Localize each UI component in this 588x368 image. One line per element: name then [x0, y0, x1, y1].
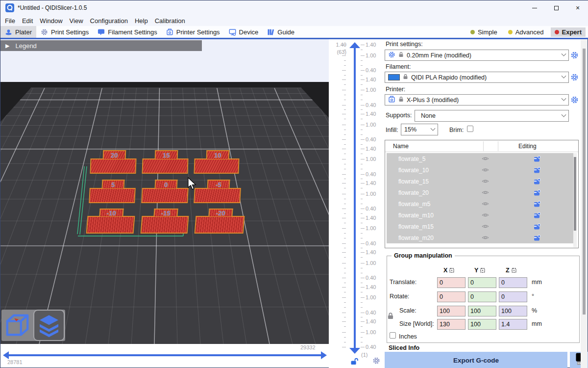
flowrate-patch--10[interactable] [86, 216, 135, 234]
eye-icon[interactable] [478, 167, 492, 173]
edit-settings-icon[interactable] [530, 178, 544, 185]
eye-icon[interactable] [478, 179, 492, 184]
flowrate-patch-15[interactable] [142, 158, 188, 174]
eye-icon[interactable] [478, 224, 492, 229]
sidebar-scroll-thumb[interactable] [583, 49, 586, 315]
hslider-right-arrow[interactable] [321, 351, 327, 359]
inches-checkbox[interactable] [390, 332, 396, 339]
print-settings-gear-button[interactable] [570, 51, 579, 60]
flowrate-patch-tab[interactable]: 15 [154, 150, 178, 159]
eye-icon[interactable] [478, 156, 492, 161]
tab-printer-settings[interactable]: Printer Settings [162, 26, 224, 38]
flowrate-patch-tab[interactable]: 10 [206, 150, 229, 159]
gm-field-y[interactable]: 100 [468, 306, 496, 316]
gm-field-x[interactable]: 0 [437, 277, 466, 288]
edit-settings-icon[interactable] [530, 235, 544, 241]
hslider-left-arrow[interactable] [3, 351, 9, 359]
flowrate-patch-20[interactable] [90, 158, 136, 174]
mode-advanced[interactable]: Advanced [504, 27, 548, 37]
object-row-flowrate_m15[interactable]: flowrate_m15 [387, 221, 573, 232]
edit-settings-icon[interactable] [530, 156, 544, 162]
edit-settings-icon[interactable] [530, 189, 544, 196]
object-row-flowrate_15[interactable]: flowrate_15 [387, 176, 573, 187]
flowrate-patch-tab[interactable]: -5 [207, 180, 230, 188]
layer-slider-track[interactable] [354, 48, 356, 353]
object-row-flowrate_m5[interactable]: flowrate_m5 [387, 198, 573, 210]
edit-settings-icon[interactable] [530, 212, 544, 219]
object-row-flowrate_m20[interactable]: flowrate_m20 [387, 232, 573, 243]
legend-toggle[interactable]: ▶ Legend [0, 40, 202, 51]
flowrate-patch-5[interactable] [89, 188, 136, 203]
flowrate-patch--5[interactable] [194, 188, 241, 203]
menu-item-view[interactable]: View [66, 17, 87, 25]
gm-field-z[interactable]: 0 [499, 277, 527, 288]
flowrate-patch-tab[interactable]: 20 [102, 150, 126, 159]
close-button[interactable]: × [567, 0, 588, 15]
layer-slider-lock-icon[interactable] [350, 358, 359, 367]
tab-filament-settings[interactable]: Filament Settings [93, 26, 161, 38]
object-list-scrollbar[interactable] [573, 153, 577, 247]
eye-icon[interactable] [478, 235, 492, 240]
tab-device[interactable]: Device [224, 26, 263, 38]
printer-gear-button[interactable] [570, 96, 579, 105]
menu-item-help[interactable]: Help [131, 17, 151, 25]
flowrate-patch-tab[interactable]: -20 [208, 209, 233, 216]
tab-plater[interactable]: Plater [0, 26, 36, 38]
flowrate-patch-tab[interactable]: -10 [99, 209, 123, 216]
object-row-flowrate_m10[interactable]: flowrate_m10 [387, 210, 573, 221]
layer-slider-gear-icon[interactable] [372, 357, 380, 367]
gm-field-x[interactable]: 100 [437, 306, 466, 316]
print-settings-combo[interactable]: 0.20mm Fine (modified) [385, 50, 569, 61]
tab-print-settings[interactable]: Print Settings [36, 26, 93, 38]
menu-item-edit[interactable]: Edit [19, 17, 36, 25]
export-gcode-button[interactable]: Export G-code [385, 352, 567, 368]
menu-item-configuration[interactable]: Configuration [87, 17, 131, 25]
edit-settings-icon[interactable] [530, 167, 544, 174]
mode-expert[interactable]: Expert [551, 27, 586, 37]
flowrate-patch-0[interactable] [141, 188, 189, 203]
gm-field-z[interactable]: 1.4 [499, 319, 527, 330]
gm-field-x[interactable]: 130 [437, 319, 466, 330]
filament-gear-button[interactable] [570, 73, 579, 82]
gm-field-z[interactable]: 100 [499, 306, 527, 316]
gm-field-z[interactable]: 0 [499, 291, 527, 302]
viewport-3d[interactable]: 20151050-5-10-15-20 ▶ Legend [0, 39, 329, 344]
layer-slider-lower-thumb[interactable] [349, 348, 360, 354]
gm-field-y[interactable]: 0 [468, 277, 496, 288]
object-row-flowrate_10[interactable]: flowrate_10 [387, 164, 573, 176]
menu-item-window[interactable]: Window [36, 17, 66, 25]
flowrate-patch-10[interactable] [194, 158, 239, 174]
edit-settings-icon[interactable] [530, 201, 544, 208]
mode-simple[interactable]: Simple [466, 27, 501, 37]
eye-icon[interactable] [478, 201, 492, 207]
layer-slider-upper-thumb[interactable] [349, 42, 360, 48]
flowrate-patch--15[interactable] [141, 216, 189, 234]
edit-settings-icon[interactable] [530, 223, 544, 230]
infill-combo[interactable]: 15% [401, 124, 438, 135]
menu-item-file[interactable]: File [1, 17, 19, 25]
object-row-flowrate_20[interactable]: flowrate_20 [387, 187, 573, 198]
object-list-scroll-thumb[interactable] [574, 157, 576, 231]
brim-checkbox[interactable] [467, 126, 473, 132]
object-row-flowrate_5[interactable]: flowrate_5 [387, 153, 573, 164]
preview-layers-button[interactable] [33, 310, 65, 341]
flowrate-patch-tab[interactable]: 5 [102, 180, 125, 188]
filament-combo[interactable]: QIDI PLA Rapido (modified) [385, 72, 569, 83]
gm-field-y[interactable]: 0 [468, 291, 496, 302]
editor-3d-view-button[interactable] [4, 312, 30, 341]
eye-icon[interactable] [478, 212, 492, 218]
menu-item-calibration[interactable]: Calibration [151, 17, 189, 25]
gm-field-x[interactable]: 0 [437, 291, 466, 302]
layer-slider[interactable]: 1.40 (63) (1) 1.401.000.401.401.000.401.… [329, 39, 385, 368]
supports-combo[interactable]: None [415, 110, 569, 122]
tab-guide[interactable]: Guide [263, 26, 299, 38]
flowrate-patch-tab[interactable]: -15 [153, 209, 178, 216]
eye-icon[interactable] [478, 190, 492, 195]
flowrate-patch-tab[interactable]: 0 [154, 180, 177, 188]
gm-field-y[interactable]: 100 [468, 319, 496, 330]
maximize-button[interactable] [545, 0, 567, 15]
horizontal-slider[interactable] [8, 354, 321, 356]
printer-combo[interactable]: X-Plus 3 (modified) [385, 94, 569, 105]
sidebar-scrollbar[interactable] [581, 40, 588, 368]
minimize-button[interactable] [524, 0, 545, 15]
